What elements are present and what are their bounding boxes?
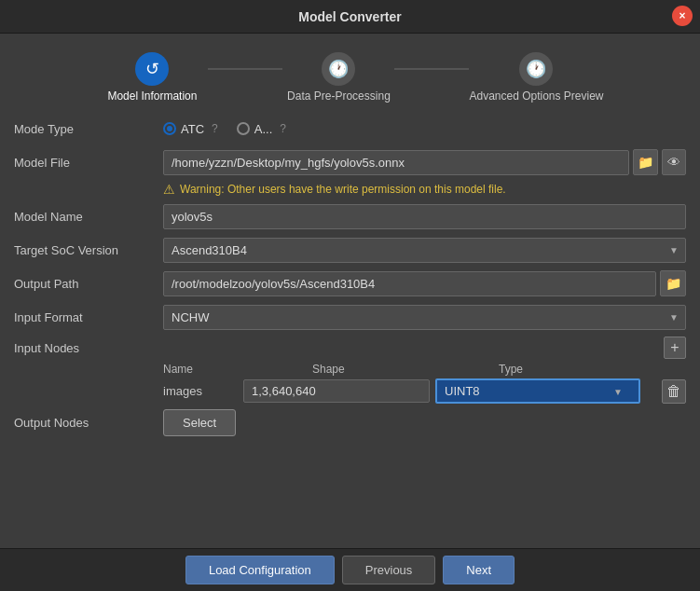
alt-help-icon[interactable]: ? xyxy=(280,122,286,135)
node-delete-button[interactable]: 🗑 xyxy=(662,379,686,404)
output-nodes-select-button[interactable]: Select xyxy=(163,409,236,436)
model-name-input[interactable] xyxy=(163,204,686,229)
input-format-select[interactable]: NCHW xyxy=(163,305,686,330)
atc-label: ATC xyxy=(181,122,204,136)
window-title: Model Converter xyxy=(298,9,401,24)
input-node-row: images UINT8 🗑 xyxy=(163,378,686,404)
node-name: images xyxy=(163,384,238,398)
footer: Load Configuration Previous Next xyxy=(0,548,700,591)
output-path-browse-button[interactable]: 📁 xyxy=(660,270,686,296)
model-file-label: Model File xyxy=(14,156,163,170)
output-path-input-wrap: 📁 xyxy=(163,270,686,296)
alt-radio-dot xyxy=(237,122,250,135)
input-format-row: Input Format NCHW xyxy=(14,303,686,331)
output-nodes-row: Output Nodes Select xyxy=(14,409,686,436)
title-bar: Model Converter × xyxy=(0,0,700,34)
mode-type-row: Mode Type ATC ? A... ? xyxy=(14,115,686,143)
atc-help-icon[interactable]: ? xyxy=(212,122,218,135)
target-soc-select-wrap: Ascend310B4 xyxy=(163,238,686,263)
input-nodes-header: Input Nodes + xyxy=(14,337,686,359)
alt-label: A... xyxy=(254,122,273,136)
node-shape-wrap xyxy=(243,379,430,403)
mode-type-options: ATC ? A... ? xyxy=(163,122,286,136)
output-path-input[interactable] xyxy=(163,271,656,296)
alt-radio-option[interactable]: A... ? xyxy=(237,122,286,136)
load-configuration-button[interactable]: Load Configuration xyxy=(185,556,335,584)
input-nodes-label: Input Nodes xyxy=(14,341,163,355)
step-3-circle: 🕐 xyxy=(519,52,553,86)
step-advanced-options[interactable]: 🕐 Advanced Options Preview xyxy=(469,52,603,103)
step-data-preprocessing[interactable]: 🕐 Data Pre-Processing xyxy=(282,52,394,103)
col-type-header: Type xyxy=(499,363,686,376)
previous-button[interactable]: Previous xyxy=(342,556,436,584)
atc-radio-option[interactable]: ATC ? xyxy=(163,122,218,136)
step-1-circle: ↺ xyxy=(135,52,169,86)
target-soc-select[interactable]: Ascend310B4 xyxy=(163,238,686,263)
warning-icon: ⚠ xyxy=(163,182,175,197)
model-file-input-wrap: 📁 👁 xyxy=(163,149,686,175)
col-name-header: Name xyxy=(163,363,312,376)
model-name-row: Model Name xyxy=(14,202,686,230)
step-connector-1 xyxy=(208,68,282,70)
node-shape-input[interactable] xyxy=(243,379,430,403)
main-content: ↺ Model Information 🕐 Data Pre-Processin… xyxy=(0,34,700,449)
node-type-wrap: UINT8 xyxy=(435,378,651,404)
target-soc-label: Target SoC Version xyxy=(14,243,163,257)
next-button[interactable]: Next xyxy=(443,556,515,584)
step-3-label: Advanced Options Preview xyxy=(469,89,603,103)
step-2-label: Data Pre-Processing xyxy=(287,89,391,103)
model-file-eye-button[interactable]: 👁 xyxy=(662,149,686,175)
close-button[interactable]: × xyxy=(672,6,693,26)
output-path-label: Output Path xyxy=(14,277,163,291)
mode-type-label: Mode Type xyxy=(14,122,163,136)
input-format-label: Input Format xyxy=(14,310,163,324)
step-model-information[interactable]: ↺ Model Information xyxy=(96,52,208,103)
atc-radio-dot xyxy=(163,122,176,135)
model-file-input[interactable] xyxy=(163,150,629,175)
output-path-row: Output Path 📁 xyxy=(14,269,686,297)
model-name-label: Model Name xyxy=(14,210,163,224)
model-file-row: Model File 📁 👁 xyxy=(14,148,686,176)
table-header: Name Shape Type xyxy=(163,363,686,376)
step-1-label: Model Information xyxy=(107,89,197,103)
input-format-select-wrap: NCHW xyxy=(163,305,686,330)
target-soc-row: Target SoC Version Ascend310B4 xyxy=(14,236,686,264)
stepper: ↺ Model Information 🕐 Data Pre-Processin… xyxy=(14,43,686,107)
node-type-select[interactable]: UINT8 xyxy=(435,378,640,404)
model-file-browse-button[interactable]: 📁 xyxy=(633,149,657,175)
col-shape-header: Shape xyxy=(312,363,499,376)
input-nodes-add-button[interactable]: + xyxy=(664,337,686,359)
form-section: Mode Type ATC ? A... ? Model File 📁 xyxy=(14,115,686,436)
warning-text: Warning: Other users have the write perm… xyxy=(180,183,506,196)
output-nodes-label: Output Nodes xyxy=(14,416,163,430)
warning-row: ⚠ Warning: Other users have the write pe… xyxy=(163,182,686,197)
step-connector-2 xyxy=(394,68,469,70)
step-2-circle: 🕐 xyxy=(322,52,355,86)
